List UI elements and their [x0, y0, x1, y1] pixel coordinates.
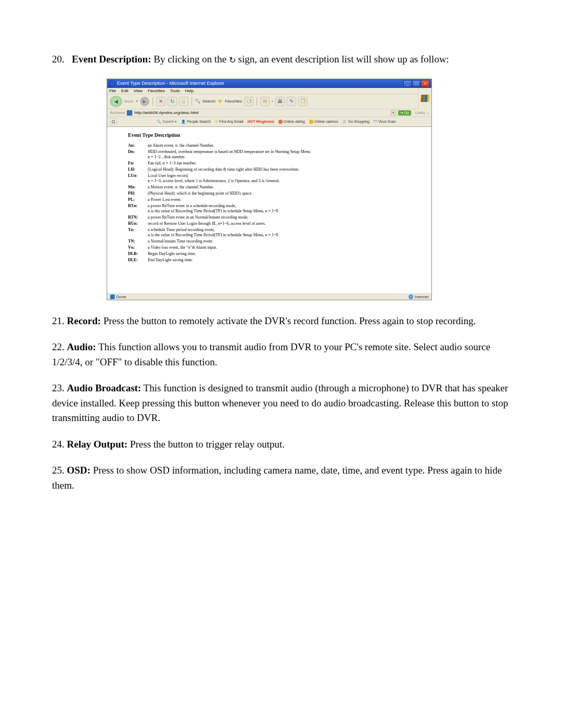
ie-titlebar: Event Type Description - Microsoft Inter…	[107, 79, 431, 88]
go-button[interactable]: ➜ Go	[398, 110, 411, 116]
address-url[interactable]: http://addr04.dyndns.org/desc.html	[134, 110, 388, 115]
event-code: Vn:	[128, 245, 148, 250]
item-num: 25.	[52, 465, 65, 476]
event-code: DLB:	[128, 251, 148, 256]
item-title: Record:	[67, 315, 101, 326]
status-bar: 🟦 Done Internet	[107, 293, 431, 300]
event-desc: (Physical Head): which is the beginning …	[148, 191, 252, 196]
links-label[interactable]: Links	[415, 110, 425, 115]
event-desc: Fan fail, n = 1~3 fan number.	[148, 161, 197, 166]
event-desc: record of Remote User Login through IE, …	[148, 221, 266, 226]
close-button[interactable]: ×	[421, 80, 429, 87]
window-title: Event Type Description - Microsoft Inter…	[117, 81, 224, 86]
ringtones-link[interactable]: HOT Ringtones	[248, 120, 274, 123]
event-row: LUn:Local User login record,n = 1~3, acc…	[128, 173, 411, 184]
event-row: PH:(Physical Head): which is the beginni…	[128, 191, 411, 196]
print-button[interactable]: 🖶	[275, 97, 285, 106]
minimize-button[interactable]: _	[403, 80, 412, 87]
history-button[interactable]: ❍	[244, 97, 253, 106]
item-23: 23. Audio Broadcast: This function is de…	[52, 381, 510, 426]
virus-scan-link[interactable]: 🛡Virus Scan	[374, 120, 396, 123]
event-desc: a Motion event. n: the channel Number.	[148, 185, 214, 190]
menu-edit[interactable]: Edit	[121, 88, 129, 93]
favorites-label[interactable]: Favorites	[225, 99, 242, 104]
window-buttons: _ □ ×	[403, 80, 429, 87]
search-dropdown[interactable]: 🔍 Search ▾	[157, 120, 177, 124]
item-num: 22.	[52, 341, 65, 352]
event-row: Tn:a schedule Time period recording even…	[128, 227, 411, 238]
mail-button[interactable]: ✉	[260, 97, 270, 106]
casinos-link[interactable]: Online casinos	[309, 120, 338, 124]
event-code: Mn:	[128, 185, 148, 189]
item-num: 23.	[52, 382, 65, 393]
menu-view[interactable]: View	[134, 88, 143, 93]
find-email-link[interactable]: ✉Find Any Email	[215, 120, 244, 124]
item-title: Relay Output:	[67, 439, 128, 450]
page-content: Event Type Description An:an Alarm event…	[107, 127, 431, 293]
menu-tools[interactable]: Tools	[170, 88, 180, 93]
menu-favorites[interactable]: Favorites	[148, 88, 165, 93]
google-icon[interactable]: G	[110, 118, 117, 125]
event-row: PL:a Power Loss event.	[128, 197, 411, 202]
event-desc: Local User login record,n = 1~3, access …	[148, 173, 279, 184]
ie-icon	[109, 81, 115, 86]
event-desc: a power ReTurn event in a schedule-recor…	[148, 203, 279, 214]
item-22: 22. Audio: This function allows you to t…	[52, 340, 510, 369]
refresh-icon: ↻	[229, 54, 236, 67]
people-search-link[interactable]: 👤People Search	[181, 120, 211, 124]
item-title: Audio:	[67, 341, 96, 352]
item-title: Audio Broadcast:	[67, 382, 142, 393]
event-table: An:an Alarm event. n: the channel Number…	[128, 143, 411, 263]
menu-file[interactable]: File	[109, 88, 116, 93]
forward-button[interactable]: ►	[140, 97, 149, 106]
event-row: An:an Alarm event. n: the channel Number…	[128, 143, 411, 148]
event-desc: End DayLight saving time.	[148, 258, 193, 263]
event-code: LUn:	[128, 173, 148, 178]
menubar: File Edit View Favorites Tools Help	[107, 88, 418, 94]
shopping-link[interactable]: 🛒Go Shopping	[342, 120, 369, 124]
event-row: DLB:Begin DayLight saving time.	[128, 251, 411, 257]
event-code: TN:	[128, 239, 148, 244]
back-button[interactable]: ◄	[110, 96, 122, 107]
event-row: Vn:a Video loss event, the "n"th Alarm i…	[128, 245, 411, 250]
event-desc: Begin DayLight saving time.	[148, 251, 196, 257]
search-toolbar: G 🔍 Search ▾ 👤People Search ✉Find Any Em…	[107, 117, 431, 127]
event-row: RTN:a power ReTurn event in an Normal/in…	[128, 215, 411, 220]
content-title: Event Type Description	[128, 132, 411, 138]
address-dropdown[interactable]: ▾	[391, 110, 396, 116]
event-desc: an Alarm event. n: the channel Number.	[148, 143, 214, 148]
event-row: Dn:HDD overheated, overheat temperature …	[128, 149, 411, 160]
event-desc: a Normal/instant Time recording event.	[148, 239, 213, 244]
address-bar: Address http://addr04.dyndns.org/desc.ht…	[107, 109, 431, 117]
event-desc: a Power Loss event.	[148, 197, 181, 202]
maximize-button[interactable]: □	[412, 80, 420, 87]
status-zone: Internet	[408, 295, 429, 299]
edit-button[interactable]: ✎	[287, 97, 296, 106]
event-code: Fn:	[128, 161, 148, 165]
item-24: 24. Relay Output: Press the button to tr…	[52, 437, 510, 452]
event-code: DLE:	[128, 258, 148, 262]
event-code: An:	[128, 143, 148, 148]
page-icon	[127, 110, 132, 116]
event-code: PH:	[128, 191, 148, 196]
refresh-button[interactable]: ↻	[168, 97, 177, 106]
discuss-button[interactable]: ❐	[298, 97, 308, 106]
event-code: RTn:	[128, 203, 148, 208]
event-row: DLE:End DayLight saving time.	[128, 258, 411, 263]
item-body: Press the button to trigger relay output…	[127, 439, 285, 450]
windows-flag-icon	[420, 95, 429, 102]
menu-help[interactable]: Help	[185, 88, 193, 93]
internet-zone-icon	[408, 295, 413, 299]
dating-link[interactable]: Online dating	[278, 120, 305, 124]
back-label: Back	[124, 99, 134, 104]
search-label[interactable]: Search	[202, 99, 215, 104]
ie-window: Event Type Description - Microsoft Inter…	[107, 79, 432, 300]
home-button[interactable]: ⌂	[179, 97, 188, 106]
stop-button[interactable]: ✕	[156, 97, 165, 106]
event-code: RUn:	[128, 221, 148, 226]
item-title: OSD:	[67, 465, 91, 476]
event-row: RTn:a power ReTurn event in a schedule-r…	[128, 203, 411, 214]
item-25: 25. OSD: Press to show OSD information, …	[52, 463, 510, 493]
event-row: Fn:Fan fail, n = 1~3 fan number.	[128, 161, 411, 166]
event-desc: HDD overheated, overheat temperature is …	[148, 149, 310, 160]
